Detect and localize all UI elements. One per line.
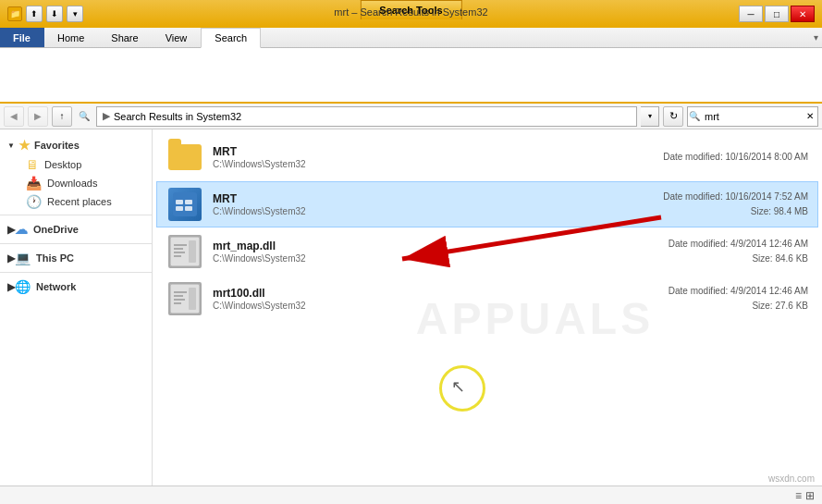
favorites-header[interactable]: ▼ ★ Favorites: [0, 135, 152, 155]
svg-rect-3: [176, 206, 183, 211]
forward-button[interactable]: ▶: [28, 106, 48, 127]
file-name-1: MRT: [213, 145, 663, 158]
minimize-button[interactable]: ─: [739, 6, 763, 22]
file-name-2: MRT: [213, 192, 663, 205]
svg-rect-8: [174, 252, 185, 253]
sidebar-network[interactable]: ▶ 🌐 Network: [0, 277, 152, 297]
file-list: MRT C:\Windows\System32 Date modified: 1…: [153, 129, 822, 326]
svg-rect-10: [189, 240, 196, 263]
file-size-3: Size: 84.6 KB: [669, 252, 808, 266]
tab-search[interactable]: Search: [201, 28, 261, 48]
folder-icon: [168, 144, 202, 170]
file-path-2: C:\Windows\System32: [213, 206, 663, 216]
network-icon: 🌐: [15, 279, 31, 294]
quick-access-1[interactable]: ⬆: [26, 6, 43, 22]
sidebar-divider-3: [0, 272, 152, 273]
search-input[interactable]: [701, 107, 803, 126]
file-meta-2: Date modified: 10/16/2014 7:52 AM Size: …: [663, 190, 808, 219]
star-icon: ★: [18, 138, 31, 153]
app-icon: 📁: [7, 6, 22, 21]
sidebar-item-desktop[interactable]: 🖥 Desktop: [0, 155, 152, 174]
cursor: ↖: [451, 376, 465, 397]
ribbon-content: [0, 48, 822, 104]
svg-rect-14: [174, 299, 185, 301]
onedrive-icon: ☁: [15, 222, 28, 237]
file-icon-exe: [166, 186, 203, 223]
address-search-icon: 🔍: [76, 108, 92, 125]
sidebar-item-downloads[interactable]: 📥 Downloads: [0, 174, 152, 192]
tab-share[interactable]: Share: [98, 28, 152, 47]
svg-rect-16: [189, 288, 196, 310]
tab-view[interactable]: View: [153, 28, 202, 47]
thispc-chevron: ▶: [7, 252, 15, 264]
file-icon-dll2: [166, 280, 203, 317]
file-meta-1: Date modified: 10/16/2014 8:00 AM: [663, 150, 808, 165]
file-name-4: mrt100.dll: [213, 287, 669, 300]
file-path-3: C:\Windows\System32: [213, 253, 669, 264]
sidebar-divider-1: [0, 215, 152, 215]
file-date-label-3: Date modified: 4/9/2014 12:46 AM: [669, 237, 808, 252]
svg-rect-7: [174, 248, 183, 250]
svg-rect-15: [174, 302, 181, 304]
file-icon-dll1: [166, 233, 203, 270]
table-row[interactable]: mrt_map.dll C:\Windows\System32 Date mod…: [156, 228, 818, 275]
recent-icon: 🕐: [26, 194, 42, 209]
maximize-button[interactable]: □: [765, 6, 789, 22]
svg-rect-4: [185, 206, 192, 211]
quick-access-3[interactable]: ▾: [67, 6, 83, 22]
svg-rect-2: [185, 200, 192, 204]
pc-icon: 💻: [15, 251, 31, 265]
file-path-1: C:\Windows\System32: [213, 159, 663, 169]
title-bar: 📁 ⬆ ⬇ ▾ Search Tools mrt – Search Result…: [0, 0, 822, 28]
file-size-2: Size: 98.4 MB: [663, 204, 808, 219]
address-dropdown[interactable]: ▾: [641, 106, 659, 127]
favorites-section: ▼ ★ Favorites 🖥 Desktop 📥 Downloads 🕐 Re…: [0, 135, 152, 211]
address-path[interactable]: ▶ Search Results in System32: [96, 106, 637, 127]
sidebar-item-recent[interactable]: 🕐 Recent places: [0, 192, 152, 211]
file-date-label-2: Date modified: 10/16/2014 7:52 AM: [663, 190, 808, 204]
quick-access-2[interactable]: ⬇: [46, 6, 63, 22]
favorites-label: Favorites: [34, 140, 80, 151]
tab-file[interactable]: File: [0, 28, 44, 47]
close-button[interactable]: ✕: [791, 6, 815, 22]
sidebar-onedrive[interactable]: ▶ ☁ OneDrive: [0, 219, 152, 240]
dll-icon-1: [168, 235, 202, 268]
ribbon-collapse[interactable]: ▾: [810, 28, 822, 47]
tab-home[interactable]: Home: [44, 28, 98, 47]
onedrive-chevron: ▶: [7, 224, 15, 236]
sidebar-thispc[interactable]: ▶ 💻 This PC: [0, 248, 152, 268]
favorites-chevron: ▼: [7, 141, 15, 150]
search-box-wrapper: 🔍 ✕: [687, 106, 818, 127]
view-controls: ≡ ⊞: [795, 489, 815, 502]
refresh-button[interactable]: ↻: [663, 106, 683, 127]
file-icon-folder: [166, 139, 203, 176]
network-chevron: ▶: [7, 281, 15, 293]
ribbon-placeholder: [7, 67, 18, 84]
main-layout: ▼ ★ Favorites 🖥 Desktop 📥 Downloads 🕐 Re…: [0, 129, 822, 486]
table-row[interactable]: mrt100.dll C:\Windows\System32 Date modi…: [156, 276, 818, 322]
file-meta-3: Date modified: 4/9/2014 12:46 AM Size: 8…: [669, 237, 808, 266]
file-date-label-1: Date modified: 10/16/2014 8:00 AM: [663, 150, 808, 165]
address-bar: ◀ ▶ ↑ 🔍 ▶ Search Results in System32 ▾ ↻…: [0, 104, 822, 129]
list-view-button[interactable]: ≡: [795, 489, 802, 502]
file-path-4: C:\Windows\System32: [213, 301, 669, 311]
file-meta-4: Date modified: 4/9/2014 12:46 AM Size: 2…: [669, 284, 808, 313]
back-button[interactable]: ◀: [4, 106, 24, 127]
search-icon: 🔍: [688, 106, 701, 127]
watermark: wsxdn.com: [768, 473, 815, 484]
window-controls: ─ □ ✕: [739, 6, 815, 22]
dll-icon-2: [168, 282, 202, 315]
svg-rect-9: [174, 255, 181, 257]
downloads-icon: 📥: [26, 176, 42, 191]
search-clear-button[interactable]: ✕: [803, 106, 817, 127]
svg-rect-0: [173, 192, 197, 216]
content-area: MRT C:\Windows\System32 Date modified: 1…: [153, 129, 822, 486]
svg-rect-6: [174, 244, 187, 246]
grid-view-button[interactable]: ⊞: [805, 489, 815, 502]
table-row[interactable]: MRT C:\Windows\System32 Date modified: 1…: [156, 134, 818, 180]
up-button[interactable]: ↑: [52, 106, 72, 127]
exe-icon: [168, 188, 202, 221]
table-row[interactable]: MRT C:\Windows\System32 Date modified: 1…: [156, 181, 818, 227]
sidebar-divider-2: [0, 243, 152, 244]
svg-rect-1: [176, 200, 183, 204]
